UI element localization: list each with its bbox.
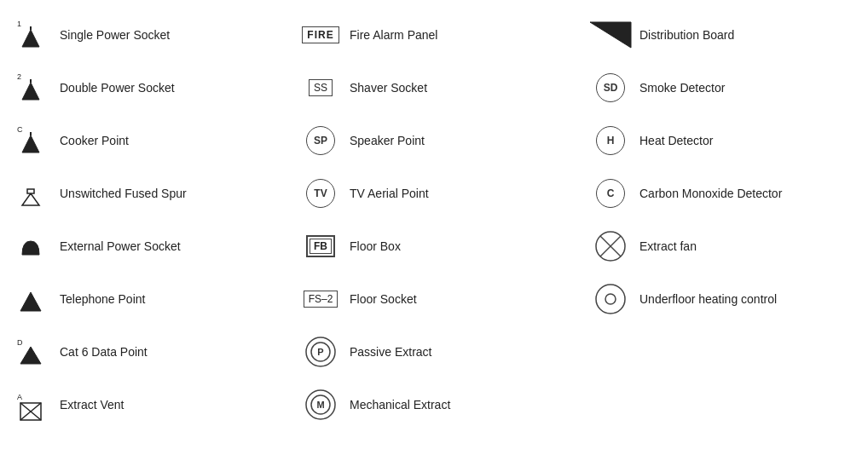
floor-box-symbol: FB bbox=[298, 235, 343, 257]
heat-circle: H bbox=[596, 126, 625, 155]
cat6-label: Cat 6 Data Point bbox=[60, 345, 148, 359]
floor-socket-label: Floor Socket bbox=[350, 292, 417, 306]
double-power-socket-item: 2 Double Power Socket bbox=[9, 61, 281, 114]
single-power-socket-item: 1 Single Power Socket bbox=[9, 9, 281, 61]
heat-symbol: H bbox=[588, 126, 633, 155]
carbon-symbol: C bbox=[588, 179, 633, 208]
svg-marker-9 bbox=[22, 193, 39, 205]
carbon-monoxide-item: C Carbon Monoxide Detector bbox=[588, 167, 859, 220]
shaver-symbol: SS bbox=[298, 79, 343, 96]
svg-rect-11 bbox=[27, 189, 34, 193]
svg-marker-12 bbox=[20, 292, 41, 311]
fused-spur-symbol bbox=[9, 176, 53, 210]
smoke-label: Smoke Detector bbox=[639, 81, 725, 95]
underfloor-heating-item: Underfloor heating control bbox=[588, 273, 859, 325]
floor-box-label: Floor Box bbox=[350, 239, 401, 253]
underfloor-label: Underfloor heating control bbox=[639, 292, 777, 306]
heat-detector-item: H Heat Detector bbox=[588, 114, 859, 167]
double-power-symbol: 2 bbox=[9, 71, 53, 105]
tv-label: TV Aerial Point bbox=[350, 187, 429, 200]
extract-vent-label: Extract Vent bbox=[60, 398, 124, 412]
mechanical-extract-item: M Mechanical Extract bbox=[298, 378, 571, 431]
svg-text:C: C bbox=[17, 125, 23, 134]
tv-symbol: TV bbox=[298, 179, 343, 208]
shaver-box: SS bbox=[309, 79, 333, 96]
floor-box-item: FB Floor Box bbox=[298, 220, 571, 273]
shaver-label: Shaver Socket bbox=[350, 81, 427, 95]
speaker-label: Speaker Point bbox=[350, 134, 425, 147]
fire-alarm-panel-item: FIRE Fire Alarm Panel bbox=[298, 9, 571, 61]
fused-spur-label: Unswitched Fused Spur bbox=[60, 187, 187, 200]
external-power-symbol bbox=[9, 229, 53, 263]
mechanical-circle-wrap: M bbox=[304, 389, 337, 421]
speaker-point-item: SP Speaker Point bbox=[298, 114, 571, 167]
speaker-circle: SP bbox=[306, 126, 335, 155]
underfloor-symbol bbox=[588, 283, 633, 315]
svg-marker-14 bbox=[20, 347, 41, 364]
floor-socket-box: FS–2 bbox=[304, 291, 339, 308]
telephone-symbol bbox=[9, 282, 53, 316]
mechanical-symbol: M bbox=[298, 389, 343, 421]
mechanical-label: Mechanical Extract bbox=[350, 398, 450, 412]
telephone-label: Telephone Point bbox=[60, 292, 145, 306]
telephone-point-item: Telephone Point bbox=[9, 273, 281, 325]
fire-alarm-label: Fire Alarm Panel bbox=[350, 28, 437, 42]
cooker-symbol: C bbox=[9, 124, 53, 158]
column-2: FIRE Fire Alarm Panel SS Shaver Socket S… bbox=[290, 9, 580, 463]
svg-marker-4 bbox=[22, 83, 39, 100]
passive-extract-item: P Passive Extract bbox=[298, 325, 571, 378]
carbon-circle: C bbox=[596, 179, 625, 208]
distribution-board-item: Distribution Board bbox=[588, 9, 859, 61]
smoke-circle: SD bbox=[596, 73, 625, 102]
fire-alarm-box: FIRE bbox=[302, 26, 339, 43]
heat-label: Heat Detector bbox=[639, 134, 713, 147]
svg-text:D: D bbox=[17, 338, 23, 347]
svg-text:2: 2 bbox=[17, 72, 21, 81]
cat6-symbol: D bbox=[9, 335, 53, 369]
smoke-symbol: SD bbox=[588, 73, 633, 102]
cooker-label: Cooker Point bbox=[60, 134, 129, 147]
svg-text:A: A bbox=[17, 393, 22, 401]
svg-marker-7 bbox=[22, 135, 39, 153]
passive-symbol: P bbox=[298, 336, 343, 368]
svg-marker-25 bbox=[590, 22, 631, 48]
extract-fan-item: Extract fan bbox=[588, 220, 859, 273]
legend-container: 1 Single Power Socket 2 Double Power Soc… bbox=[0, 0, 868, 472]
floor-socket-item: FS–2 Floor Socket bbox=[298, 273, 571, 325]
extract-vent-item: A Extract Vent bbox=[9, 378, 281, 431]
tv-circle: TV bbox=[306, 179, 335, 208]
smoke-detector-item: SD Smoke Detector bbox=[588, 61, 859, 114]
single-power-label: Single Power Socket bbox=[60, 28, 170, 42]
passive-circle-wrap: P bbox=[304, 336, 337, 368]
dist-board-label: Distribution Board bbox=[639, 28, 734, 42]
extract-fan-label: Extract fan bbox=[639, 239, 697, 253]
single-power-symbol: 1 bbox=[9, 18, 53, 52]
cooker-point-item: C Cooker Point bbox=[9, 114, 281, 167]
external-power-label: External Power Socket bbox=[60, 239, 181, 253]
floor-box-box: FB bbox=[306, 235, 335, 257]
unswitched-fused-spur-item: Unswitched Fused Spur bbox=[9, 167, 281, 220]
svg-point-30 bbox=[605, 294, 616, 304]
shaver-socket-item: SS Shaver Socket bbox=[298, 61, 571, 114]
svg-text:P: P bbox=[317, 347, 323, 357]
column-1: 1 Single Power Socket 2 Double Power Soc… bbox=[0, 9, 290, 463]
fire-alarm-symbol: FIRE bbox=[298, 26, 343, 43]
carbon-label: Carbon Monoxide Detector bbox=[639, 187, 782, 200]
floor-socket-symbol: FS–2 bbox=[298, 291, 343, 308]
tv-aerial-point-item: TV TV Aerial Point bbox=[298, 167, 571, 220]
extract-fan-symbol bbox=[588, 230, 633, 262]
svg-text:1: 1 bbox=[17, 20, 21, 28]
speaker-symbol: SP bbox=[298, 126, 343, 155]
extract-vent-symbol: A bbox=[9, 388, 53, 422]
svg-text:M: M bbox=[316, 400, 324, 410]
svg-point-29 bbox=[596, 285, 625, 314]
double-power-label: Double Power Socket bbox=[60, 81, 175, 95]
external-power-socket-item: External Power Socket bbox=[9, 220, 281, 273]
column-3: Distribution Board SD Smoke Detector H H… bbox=[580, 9, 868, 463]
svg-marker-1 bbox=[22, 30, 39, 47]
cat6-data-point-item: D Cat 6 Data Point bbox=[9, 325, 281, 378]
passive-label: Passive Extract bbox=[350, 345, 431, 359]
dist-board-symbol bbox=[588, 22, 633, 48]
